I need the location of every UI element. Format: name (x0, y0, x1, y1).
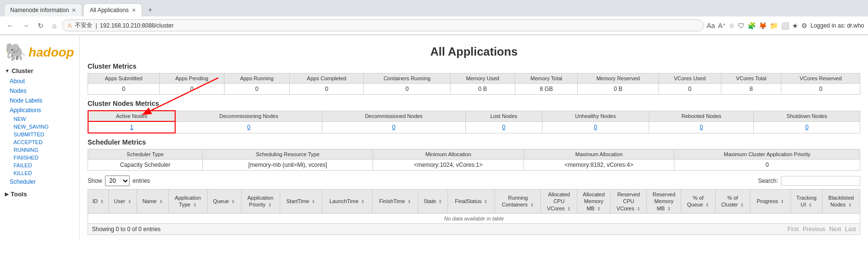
val-shutdown-nodes: 0 (754, 121, 860, 133)
collections-icon[interactable]: 📁 (770, 22, 778, 29)
cluster-metrics-title: Cluster Metrics (88, 62, 860, 70)
sidebar-item-accepted[interactable]: ACCEPTED (14, 138, 79, 146)
val-decommissioned-nodes: 0 (322, 121, 465, 133)
showing-entries: Showing 0 to 0 of 0 entries (92, 226, 161, 233)
close-icon[interactable]: ✕ (72, 7, 76, 14)
pagination: First Previous Next Last (788, 226, 856, 233)
col-queue[interactable]: Queue ⇕ (207, 190, 241, 214)
sidebar-item-finished[interactable]: FINISHED (14, 154, 79, 162)
cluster-nodes-section: Cluster Nodes Metrics Active Nodes Decom… (88, 100, 860, 133)
col-pct-queue[interactable]: % ofQueue ⇕ (681, 190, 715, 214)
col-memory-total: Memory Total (515, 73, 578, 84)
tab-namenode[interactable]: Namenode information ✕ (4, 3, 82, 16)
col-lost-nodes: Lost Nodes (465, 111, 542, 121)
favorites-icon[interactable]: ★ (792, 22, 798, 29)
tools-section-title[interactable]: ▶ Tools (0, 189, 79, 200)
col-reserved-cpu-vcores[interactable]: ReservedCPUVCores ⇕ (611, 190, 647, 214)
col-running-containers[interactable]: RunningContainers ⇕ (495, 190, 541, 214)
nav-bar: ← → ↻ ⌂ ⚠ 不安全 | 192.168.10.210:8088/clus… (0, 16, 868, 35)
col-finish-time[interactable]: FinishTime ⇕ (372, 190, 418, 214)
reader-mode-icon[interactable]: A⁺ (718, 22, 726, 29)
cluster-label: Cluster (12, 67, 33, 74)
url-separator: | (95, 22, 97, 29)
col-blacklisted-nodes[interactable]: BlacklistedNodes ⇕ (822, 190, 860, 214)
col-apps-pending: Apps Pending (160, 73, 224, 84)
col-user[interactable]: User ⇕ (109, 190, 137, 214)
more-tools-icon[interactable]: ⚙ (801, 22, 808, 29)
next-button[interactable]: Next (829, 226, 841, 233)
val-vcores-total: 8 (721, 84, 781, 95)
entries-label: entries (133, 177, 150, 184)
sidebar-item-submitted[interactable]: SUBMITTED (14, 131, 79, 138)
col-tracking-ui[interactable]: TrackingUI ⇕ (791, 190, 822, 214)
sidebar-item-scheduler[interactable]: Scheduler (0, 177, 79, 187)
show-entries-select[interactable]: 20 10 25 50 100 (105, 176, 130, 186)
scheduler-metrics-table: Scheduler Type Scheduling Resource Type … (88, 149, 860, 171)
sidebar-item-nodes[interactable]: Nodes (0, 86, 79, 96)
cluster-nodes-metrics-title: Cluster Nodes Metrics (88, 100, 860, 107)
main-layout: 🐘 hadoop ▼ Cluster About Nodes Node Labe… (0, 35, 868, 240)
col-state[interactable]: State ⇕ (419, 190, 448, 214)
search-input[interactable] (781, 176, 860, 186)
col-memory-used: Memory Used (450, 73, 515, 84)
tab-bar: Namenode information ✕ All Applications … (0, 0, 868, 16)
val-active-nodes[interactable]: 1 (88, 121, 175, 133)
col-progress[interactable]: Progress ⇕ (750, 190, 791, 214)
tab-all-applications[interactable]: All Applications ✕ (83, 3, 142, 16)
hadoop-elephant-icon: 🐘 (5, 42, 27, 62)
col-apps-running: Apps Running (224, 73, 289, 84)
font-size-icon[interactable]: Aа (707, 22, 715, 29)
shield-icon[interactable]: 🛡 (738, 22, 745, 29)
profile-icon[interactable]: 🦊 (759, 22, 767, 29)
sidebar-item-new-saving[interactable]: NEW_SAVING (14, 123, 79, 131)
show-label: Show (88, 177, 102, 184)
first-button[interactable]: First (788, 226, 799, 233)
new-tab-button[interactable]: + (143, 3, 157, 16)
last-button[interactable]: Last (845, 226, 856, 233)
sidebar-item-about[interactable]: About (0, 76, 79, 86)
active-nodes-link[interactable]: 1 (130, 124, 134, 131)
sidebar-item-killed[interactable]: KILLED (14, 169, 79, 177)
extension-icon[interactable]: 🧩 (748, 22, 756, 29)
previous-button[interactable]: Previous (803, 226, 825, 233)
sidebar-item-failed[interactable]: FAILED (14, 162, 79, 169)
sidebar-item-applications[interactable]: Applications (0, 105, 79, 115)
split-view-icon[interactable]: ⬜ (781, 22, 789, 29)
address-bar[interactable]: ⚠ 不安全 | 192.168.10.210:8088/cluster (62, 19, 703, 31)
cluster-section-title[interactable]: ▼ Cluster (0, 65, 79, 76)
refresh-button[interactable]: ↻ (35, 21, 46, 30)
col-reserved-memory-mb[interactable]: ReservedMemoryMB ⇕ (647, 190, 681, 214)
sidebar-item-new[interactable]: NEW (14, 115, 79, 123)
col-pct-cluster[interactable]: % ofCluster ⇕ (715, 190, 750, 214)
close-icon[interactable]: ✕ (132, 7, 136, 14)
col-allocated-memory-mb[interactable]: AllocatedMemoryMB ⇕ (577, 190, 611, 214)
col-application-priority[interactable]: ApplicationPriority ⇕ (241, 190, 280, 214)
col-minimum-allocation: Minimum Allocation (373, 149, 524, 160)
col-scheduling-resource-type: Scheduling Resource Type (202, 149, 373, 160)
col-launch-time[interactable]: LaunchTime ⇕ (322, 190, 373, 214)
val-apps-completed: 0 (289, 84, 364, 95)
sidebar-item-node-labels[interactable]: Node Labels (0, 96, 79, 105)
col-application-type[interactable]: ApplicationType ⇕ (168, 190, 207, 214)
val-minimum-allocation: <memory:1024, vCores:1> (373, 160, 524, 171)
val-lost-nodes: 0 (465, 121, 542, 133)
sidebar-item-running[interactable]: RUNNING (14, 146, 79, 154)
tools-label: Tools (11, 191, 27, 198)
col-start-time[interactable]: StartTime ⇕ (280, 190, 322, 214)
tools-arrow-icon: ▶ (5, 191, 9, 197)
val-memory-total: 8 GB (515, 84, 578, 95)
table-controls: Show 20 10 25 50 100 entries Search: (88, 176, 860, 186)
home-button[interactable]: ⌂ (49, 21, 59, 30)
col-name[interactable]: Name ⇕ (137, 190, 169, 214)
col-id[interactable]: ID ⇕ (88, 190, 109, 214)
col-scheduler-type: Scheduler Type (88, 149, 203, 160)
sidebar: 🐘 hadoop ▼ Cluster About Nodes Node Labe… (0, 35, 80, 240)
col-final-status[interactable]: FinalStatus ⇕ (448, 190, 495, 214)
forward-button[interactable]: → (19, 21, 32, 30)
cluster-nodes-metrics-table: Active Nodes Decommissioning Nodes Decom… (88, 110, 860, 133)
back-button[interactable]: ← (4, 21, 16, 30)
col-allocated-cpu-vcores[interactable]: AllocatedCPUVCores ⇕ (541, 190, 577, 214)
url-prefix: 不安全 (75, 21, 92, 29)
bookmark-icon[interactable]: ☆ (729, 22, 735, 29)
security-warning-icon: ⚠ (67, 22, 72, 29)
